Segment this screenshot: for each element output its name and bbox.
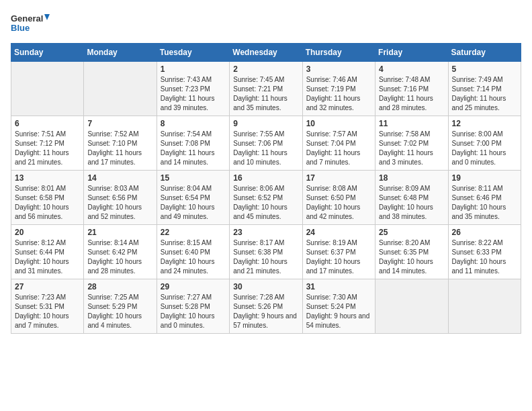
day-number: 7 bbox=[87, 119, 152, 128]
day-number: 27 bbox=[15, 282, 80, 291]
column-header-wednesday: Wednesday bbox=[230, 44, 302, 62]
day-info: Sunrise: 7:23 AM Sunset: 5:31 PM Dayligh… bbox=[15, 293, 80, 330]
calendar-cell: 6Sunrise: 7:51 AM Sunset: 7:12 PM Daylig… bbox=[11, 116, 84, 171]
calendar-cell: 13Sunrise: 8:01 AM Sunset: 6:58 PM Dayli… bbox=[11, 171, 84, 225]
calendar-cell: 25Sunrise: 8:20 AM Sunset: 6:35 PM Dayli… bbox=[375, 225, 448, 279]
day-number: 31 bbox=[306, 282, 371, 291]
day-number: 21 bbox=[87, 228, 152, 237]
calendar-cell bbox=[448, 279, 521, 334]
day-info: Sunrise: 7:51 AM Sunset: 7:12 PM Dayligh… bbox=[15, 130, 80, 167]
calendar-cell: 18Sunrise: 8:09 AM Sunset: 6:48 PM Dayli… bbox=[375, 171, 448, 225]
calendar-cell: 8Sunrise: 7:54 AM Sunset: 7:08 PM Daylig… bbox=[157, 116, 229, 171]
day-number: 24 bbox=[306, 228, 371, 237]
calendar-cell: 24Sunrise: 8:19 AM Sunset: 6:37 PM Dayli… bbox=[302, 225, 375, 279]
day-info: Sunrise: 7:52 AM Sunset: 7:10 PM Dayligh… bbox=[87, 130, 152, 167]
day-number: 29 bbox=[161, 282, 226, 291]
day-number: 28 bbox=[87, 282, 152, 291]
day-number: 1 bbox=[161, 64, 226, 74]
day-info: Sunrise: 8:01 AM Sunset: 6:58 PM Dayligh… bbox=[15, 184, 80, 222]
day-number: 8 bbox=[161, 119, 226, 128]
calendar-body: 1Sunrise: 7:43 AM Sunset: 7:23 PM Daylig… bbox=[11, 62, 521, 334]
column-header-tuesday: Tuesday bbox=[157, 44, 229, 62]
day-info: Sunrise: 8:09 AM Sunset: 6:48 PM Dayligh… bbox=[379, 184, 444, 222]
svg-text:General: General bbox=[11, 13, 43, 24]
day-number: 6 bbox=[15, 119, 80, 128]
calendar-cell: 3Sunrise: 7:46 AM Sunset: 7:19 PM Daylig… bbox=[302, 62, 375, 116]
calendar-cell: 29Sunrise: 7:27 AM Sunset: 5:28 PM Dayli… bbox=[157, 279, 229, 334]
week-row-5: 27Sunrise: 7:23 AM Sunset: 5:31 PM Dayli… bbox=[11, 279, 521, 334]
week-row-3: 13Sunrise: 8:01 AM Sunset: 6:58 PM Dayli… bbox=[11, 171, 521, 225]
day-info: Sunrise: 7:28 AM Sunset: 5:26 PM Dayligh… bbox=[233, 293, 298, 330]
calendar-cell: 2Sunrise: 7:45 AM Sunset: 7:21 PM Daylig… bbox=[230, 62, 302, 116]
calendar-cell: 21Sunrise: 8:14 AM Sunset: 6:42 PM Dayli… bbox=[84, 225, 157, 279]
calendar-cell: 15Sunrise: 8:04 AM Sunset: 6:54 PM Dayli… bbox=[157, 171, 229, 225]
calendar-cell: 14Sunrise: 8:03 AM Sunset: 6:56 PM Dayli… bbox=[84, 171, 157, 225]
logo: GeneralBlue bbox=[11, 11, 51, 38]
day-info: Sunrise: 7:49 AM Sunset: 7:14 PM Dayligh… bbox=[452, 75, 517, 113]
calendar-cell: 28Sunrise: 7:25 AM Sunset: 5:29 PM Dayli… bbox=[84, 279, 157, 334]
calendar-cell: 20Sunrise: 8:12 AM Sunset: 6:44 PM Dayli… bbox=[11, 225, 84, 279]
day-info: Sunrise: 8:22 AM Sunset: 6:33 PM Dayligh… bbox=[452, 238, 517, 276]
day-number: 14 bbox=[87, 173, 152, 183]
calendar-cell: 22Sunrise: 8:15 AM Sunset: 6:40 PM Dayli… bbox=[157, 225, 229, 279]
calendar-cell: 9Sunrise: 7:55 AM Sunset: 7:06 PM Daylig… bbox=[230, 116, 302, 171]
day-info: Sunrise: 7:57 AM Sunset: 7:04 PM Dayligh… bbox=[306, 130, 371, 167]
day-info: Sunrise: 7:25 AM Sunset: 5:29 PM Dayligh… bbox=[87, 293, 152, 330]
day-info: Sunrise: 7:30 AM Sunset: 5:24 PM Dayligh… bbox=[306, 293, 371, 330]
svg-text:Blue: Blue bbox=[11, 23, 30, 33]
day-info: Sunrise: 7:55 AM Sunset: 7:06 PM Dayligh… bbox=[233, 130, 298, 167]
day-number: 4 bbox=[379, 64, 444, 74]
day-info: Sunrise: 7:54 AM Sunset: 7:08 PM Dayligh… bbox=[161, 130, 226, 167]
column-header-thursday: Thursday bbox=[302, 44, 375, 62]
column-header-sunday: Sunday bbox=[11, 44, 84, 62]
week-row-4: 20Sunrise: 8:12 AM Sunset: 6:44 PM Dayli… bbox=[11, 225, 521, 279]
day-info: Sunrise: 8:04 AM Sunset: 6:54 PM Dayligh… bbox=[161, 184, 226, 222]
day-number: 16 bbox=[233, 173, 298, 183]
day-info: Sunrise: 8:12 AM Sunset: 6:44 PM Dayligh… bbox=[15, 238, 80, 276]
day-number: 17 bbox=[306, 173, 371, 183]
day-info: Sunrise: 7:48 AM Sunset: 7:16 PM Dayligh… bbox=[379, 75, 444, 113]
day-number: 12 bbox=[452, 119, 517, 128]
day-number: 30 bbox=[233, 282, 298, 291]
day-info: Sunrise: 8:08 AM Sunset: 6:50 PM Dayligh… bbox=[306, 184, 371, 222]
calendar-cell: 12Sunrise: 8:00 AM Sunset: 7:00 PM Dayli… bbox=[448, 116, 521, 171]
page-header: GeneralBlue bbox=[11, 11, 521, 38]
day-number: 22 bbox=[161, 228, 226, 237]
day-info: Sunrise: 7:58 AM Sunset: 7:02 PM Dayligh… bbox=[379, 130, 444, 167]
day-number: 2 bbox=[233, 64, 298, 74]
day-info: Sunrise: 8:06 AM Sunset: 6:52 PM Dayligh… bbox=[233, 184, 298, 222]
calendar-cell: 19Sunrise: 8:11 AM Sunset: 6:46 PM Dayli… bbox=[448, 171, 521, 225]
calendar-cell: 7Sunrise: 7:52 AM Sunset: 7:10 PM Daylig… bbox=[84, 116, 157, 171]
day-number: 23 bbox=[233, 228, 298, 237]
day-number: 3 bbox=[306, 64, 371, 74]
week-row-1: 1Sunrise: 7:43 AM Sunset: 7:23 PM Daylig… bbox=[11, 62, 521, 116]
calendar-cell bbox=[375, 279, 448, 334]
day-number: 9 bbox=[233, 119, 298, 128]
week-row-2: 6Sunrise: 7:51 AM Sunset: 7:12 PM Daylig… bbox=[11, 116, 521, 171]
day-number: 11 bbox=[379, 119, 444, 128]
day-info: Sunrise: 8:11 AM Sunset: 6:46 PM Dayligh… bbox=[452, 184, 517, 222]
day-info: Sunrise: 8:19 AM Sunset: 6:37 PM Dayligh… bbox=[306, 238, 371, 276]
calendar-cell: 1Sunrise: 7:43 AM Sunset: 7:23 PM Daylig… bbox=[157, 62, 229, 116]
calendar-cell: 30Sunrise: 7:28 AM Sunset: 5:26 PM Dayli… bbox=[230, 279, 302, 334]
calendar-cell bbox=[84, 62, 157, 116]
day-info: Sunrise: 8:17 AM Sunset: 6:38 PM Dayligh… bbox=[233, 238, 298, 276]
calendar-table: SundayMondayTuesdayWednesdayThursdayFrid… bbox=[11, 43, 521, 334]
day-number: 13 bbox=[15, 173, 80, 183]
calendar-cell: 5Sunrise: 7:49 AM Sunset: 7:14 PM Daylig… bbox=[448, 62, 521, 116]
calendar-header-row: SundayMondayTuesdayWednesdayThursdayFrid… bbox=[11, 44, 521, 62]
day-info: Sunrise: 7:43 AM Sunset: 7:23 PM Dayligh… bbox=[161, 75, 226, 113]
svg-marker-2 bbox=[44, 14, 50, 20]
day-info: Sunrise: 7:45 AM Sunset: 7:21 PM Dayligh… bbox=[233, 75, 298, 113]
column-header-saturday: Saturday bbox=[448, 44, 521, 62]
calendar-cell: 23Sunrise: 8:17 AM Sunset: 6:38 PM Dayli… bbox=[230, 225, 302, 279]
day-number: 18 bbox=[379, 173, 444, 183]
calendar-cell: 17Sunrise: 8:08 AM Sunset: 6:50 PM Dayli… bbox=[302, 171, 375, 225]
column-header-monday: Monday bbox=[84, 44, 157, 62]
day-number: 10 bbox=[306, 119, 371, 128]
calendar-cell: 16Sunrise: 8:06 AM Sunset: 6:52 PM Dayli… bbox=[230, 171, 302, 225]
day-number: 26 bbox=[452, 228, 517, 237]
day-info: Sunrise: 8:20 AM Sunset: 6:35 PM Dayligh… bbox=[379, 238, 444, 276]
day-info: Sunrise: 8:00 AM Sunset: 7:00 PM Dayligh… bbox=[452, 130, 517, 167]
day-info: Sunrise: 7:46 AM Sunset: 7:19 PM Dayligh… bbox=[306, 75, 371, 113]
